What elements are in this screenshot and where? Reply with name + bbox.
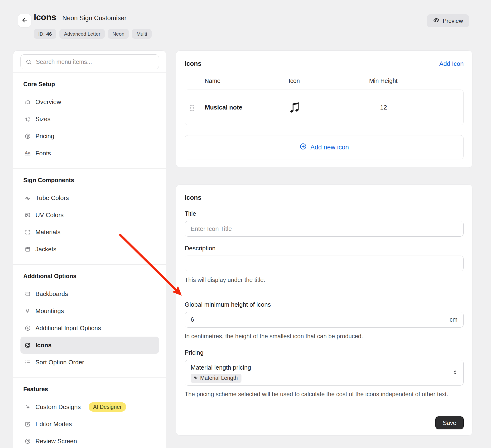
section-sign-components: Sign Components Tube Colors UV Colors Ma…	[13, 169, 166, 264]
description-label: Description	[185, 245, 464, 252]
column-header-icon: Icon	[255, 77, 333, 84]
title-input[interactable]	[185, 221, 464, 237]
pricing-selected-option: Material length pricing	[191, 364, 449, 371]
table-header: Name Icon Min Height	[185, 77, 464, 84]
font-icon: Aa	[24, 150, 31, 157]
pricing-helper: The pricing scheme selected will be used…	[185, 390, 460, 399]
page-subtitle: Neon Sign Customiser	[62, 15, 126, 22]
save-button[interactable]: Save	[435, 416, 464, 429]
sidebar-item-mountings[interactable]: Mountings	[20, 302, 159, 319]
sidebar-item-label: Sort Option Order	[35, 359, 84, 366]
section-additional-options: Additional Options Backboards Mountings …	[13, 265, 166, 377]
section-core-setup: Core Setup Overview Sizes Pricing Aa Fon…	[13, 73, 166, 168]
column-header-name: Name	[198, 77, 255, 84]
add-new-icon-button[interactable]: Add new icon	[185, 135, 464, 159]
search-icon	[25, 59, 32, 65]
row-min-height: 12	[334, 104, 434, 111]
sidebar: Core Setup Overview Sizes Pricing Aa Fon…	[13, 50, 166, 448]
min-height-input[interactable]	[185, 312, 464, 327]
pricing-label: Pricing	[185, 349, 464, 356]
section-heading: Sign Components	[23, 177, 156, 184]
sidebar-item-label: Mountings	[35, 307, 64, 315]
sidebar-item-label: Editor Modes	[35, 420, 72, 428]
drag-handle-icon[interactable]	[190, 104, 194, 111]
sidebar-item-label: Sizes	[35, 115, 51, 123]
dollar-circle-icon	[24, 133, 31, 140]
ai-designer-badge: AI Designer	[89, 402, 126, 412]
divider	[176, 293, 472, 293]
sidebar-item-overview[interactable]: Overview	[20, 93, 159, 111]
waveform-icon	[24, 195, 31, 201]
eye-icon	[433, 17, 440, 25]
column-header-min-height: Min Height	[333, 77, 433, 84]
unit-suffix: cm	[450, 316, 457, 323]
min-height-label: Global minimum height of icons	[185, 301, 464, 308]
id-badge: ID:46	[34, 29, 56, 39]
search-input[interactable]	[21, 55, 159, 69]
section-heading: Features	[23, 386, 156, 393]
sparkles-icon	[24, 404, 31, 410]
sidebar-item-label: Review Screen	[35, 438, 77, 445]
review-icon	[24, 438, 31, 444]
sidebar-item-label: UV Colors	[35, 211, 64, 219]
plus-circle-icon	[300, 143, 307, 152]
waveform-icon	[193, 375, 198, 382]
sidebar-item-label: Tube Colors	[35, 194, 69, 202]
sidebar-item-review-screen[interactable]: Review Screen	[20, 433, 159, 448]
card-title: Icons	[185, 194, 464, 201]
sidebar-item-fonts[interactable]: Aa Fonts	[20, 145, 159, 162]
sidebar-item-editor-modes[interactable]: Editor Modes	[20, 415, 159, 433]
sidebar-item-materials[interactable]: Materials	[20, 224, 159, 241]
corner-brackets-icon	[24, 229, 31, 235]
musical-note-icon	[255, 101, 334, 114]
ordered-list-icon	[24, 359, 31, 365]
sidebar-item-label: Pricing	[35, 132, 54, 140]
back-button[interactable]	[18, 14, 31, 27]
sidebar-item-label: Backboards	[35, 290, 68, 298]
pricing-select[interactable]: Material length pricing Material Length	[185, 360, 464, 385]
page-header: Icons Neon Sign Customiser	[34, 12, 126, 22]
material-length-tag: Material Length	[191, 374, 241, 383]
sidebar-item-sort-option-order[interactable]: Sort Option Order	[20, 354, 159, 371]
sidebar-item-label: Additional Input Options	[35, 325, 101, 332]
sidebar-item-pricing[interactable]: Pricing	[20, 128, 159, 145]
row-name: Musical note	[198, 104, 255, 111]
sidebar-item-label: Jackets	[35, 246, 56, 253]
sidebar-item-backboards[interactable]: Backboards	[20, 285, 159, 302]
sidebar-item-additional-input-options[interactable]: Additional Input Options	[20, 319, 159, 336]
home-icon	[24, 99, 31, 105]
tag-badge: Advanced Letter	[59, 29, 105, 39]
title-label: Title	[185, 210, 464, 217]
pushpin-icon	[24, 308, 31, 314]
photo-icon	[24, 342, 31, 348]
page-title: Icons	[34, 12, 56, 22]
sidebar-item-label: Overview	[35, 98, 61, 106]
add-icon-link[interactable]: Add Icon	[439, 60, 464, 67]
card-title: Icons	[185, 60, 201, 67]
backboard-icon	[24, 290, 31, 297]
sidebar-item-icons[interactable]: Icons	[20, 336, 159, 354]
sidebar-item-uv-colors[interactable]: UV Colors	[20, 206, 159, 224]
sidebar-item-custom-designs[interactable]: Custom Designs AI Designer	[20, 398, 159, 415]
sidebar-item-tube-colors[interactable]: Tube Colors	[20, 189, 159, 206]
icons-list-card: Icons Add Icon Name Icon Min Height Musi…	[176, 50, 472, 168]
icons-form-card: Icons Title Description This will displa…	[176, 184, 472, 436]
table-row[interactable]: Musical note 12	[185, 90, 464, 125]
sidebar-item-jackets[interactable]: Jackets	[20, 241, 159, 258]
sidebar-item-label: Icons	[35, 342, 52, 349]
edit-icon	[24, 421, 31, 427]
resize-icon	[24, 116, 31, 122]
description-input[interactable]	[185, 256, 464, 271]
image-icon	[24, 212, 31, 218]
description-helper: This will display under the title.	[185, 275, 464, 285]
sidebar-item-label: Fonts	[35, 150, 51, 157]
min-height-helper: In centimetres, the height of the smalle…	[185, 332, 464, 341]
sidebar-item-label: Materials	[35, 229, 60, 236]
search-box	[20, 54, 159, 69]
preview-button[interactable]: Preview	[427, 14, 469, 27]
section-features: Features Custom Designs AI Designer Edit…	[13, 378, 166, 448]
chevron-up-down-icon	[452, 369, 458, 376]
sidebar-item-sizes[interactable]: Sizes	[20, 111, 159, 128]
plus-circle-icon	[24, 325, 31, 331]
sidebar-item-label: Custom Designs	[35, 403, 81, 411]
